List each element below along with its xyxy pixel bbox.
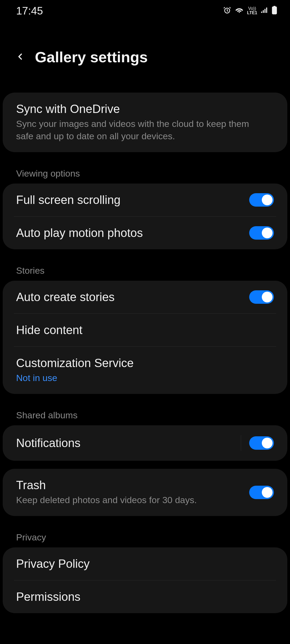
group-sync: Sync with OneDrive Sync your images and … [3, 93, 287, 152]
svg-rect-4 [266, 8, 267, 13]
svg-rect-2 [263, 10, 264, 13]
row-title: Hide content [16, 323, 266, 337]
section-label-stories: Stories [3, 257, 287, 281]
row-sync-onedrive[interactable]: Sync with OneDrive Sync your images and … [3, 93, 287, 152]
row-notifications[interactable]: Notifications [3, 425, 287, 461]
page-header: Gallery settings [0, 21, 290, 93]
row-privacy-policy[interactable]: Privacy Policy [3, 547, 287, 580]
toggle-notifications[interactable] [249, 436, 274, 450]
row-title: Trash [16, 478, 241, 492]
svg-rect-7 [273, 10, 276, 14]
group-viewing: Full screen scrolling Auto play motion p… [3, 184, 287, 249]
row-full-screen-scrolling[interactable]: Full screen scrolling [3, 184, 287, 216]
row-title: Notifications [16, 436, 233, 450]
wifi-icon [235, 6, 244, 16]
row-subtitle: Not in use [16, 372, 266, 384]
row-hide-content[interactable]: Hide content [3, 314, 287, 346]
svg-rect-1 [261, 12, 262, 13]
group-privacy: Privacy Policy Permissions [3, 547, 287, 613]
row-title: Full screen scrolling [16, 193, 241, 207]
group-stories: Auto create stories Hide content Customi… [3, 281, 287, 394]
chevron-left-icon [15, 52, 25, 63]
row-permissions[interactable]: Permissions [3, 580, 287, 613]
svg-rect-3 [264, 9, 266, 13]
back-button[interactable] [13, 50, 27, 64]
divider-vertical [241, 435, 241, 451]
status-bar: 17:45 Vo)) LTE1 [0, 0, 290, 21]
section-label-viewing: Viewing options [3, 160, 287, 184]
group-shared: Notifications [3, 425, 287, 461]
row-trash[interactable]: Trash Keep deleted photos and videos for… [3, 469, 287, 516]
svg-rect-6 [274, 6, 275, 7]
battery-icon [272, 6, 277, 16]
group-trash: Trash Keep deleted photos and videos for… [3, 469, 287, 516]
status-icons-right: Vo)) LTE1 [223, 6, 277, 16]
row-subtitle: Keep deleted photos and videos for 30 da… [16, 494, 241, 506]
row-title: Privacy Policy [16, 557, 266, 570]
page-title: Gallery settings [35, 48, 148, 66]
row-subtitle: Sync your images and videos with the clo… [16, 118, 266, 142]
section-label-shared: Shared albums [3, 402, 287, 425]
row-auto-create-stories[interactable]: Auto create stories [3, 281, 287, 313]
toggle-trash[interactable] [249, 486, 274, 499]
section-label-privacy: Privacy [3, 524, 287, 547]
row-title: Auto play motion photos [16, 226, 241, 240]
alarm-icon [223, 6, 231, 16]
toggle-full-screen-scrolling[interactable] [249, 193, 274, 207]
volte-icon: Vo)) LTE1 [247, 6, 257, 15]
row-title: Sync with OneDrive [16, 102, 266, 116]
row-title: Customization Service [16, 356, 266, 370]
settings-content: Sync with OneDrive Sync your images and … [0, 93, 290, 613]
row-title: Auto create stories [16, 290, 241, 304]
toggle-auto-create-stories[interactable] [249, 290, 274, 304]
status-time: 17:45 [16, 5, 43, 17]
toggle-auto-play-motion[interactable] [249, 226, 274, 240]
signal-icon [260, 6, 269, 15]
row-customization-service[interactable]: Customization Service Not in use [3, 347, 287, 394]
row-title: Permissions [16, 590, 266, 603]
row-auto-play-motion[interactable]: Auto play motion photos [3, 217, 287, 249]
